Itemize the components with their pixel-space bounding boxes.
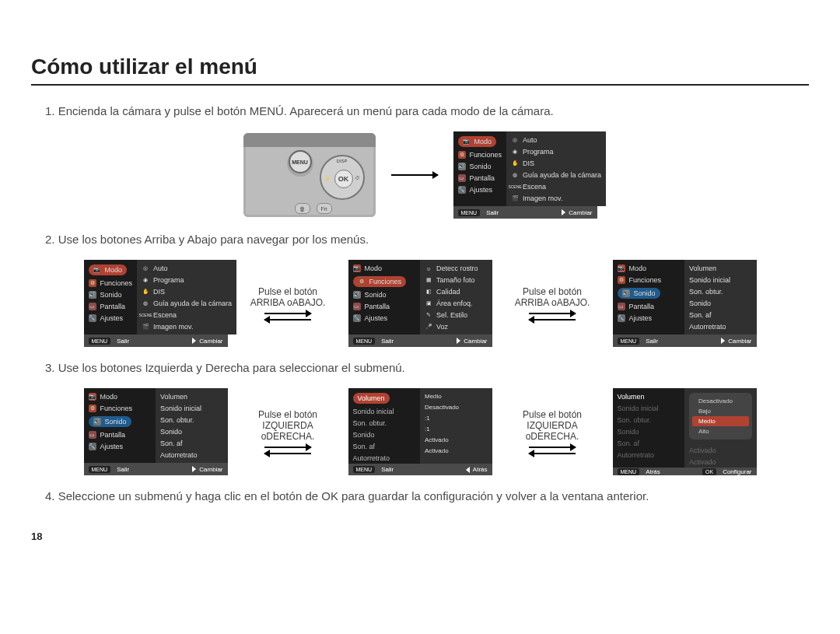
display-icon: ▭ bbox=[458, 174, 466, 182]
dpad[interactable]: OK DISP ⚡ ⏱ bbox=[320, 155, 365, 200]
auto-icon: ◎ bbox=[511, 136, 519, 144]
step-3-text: 3. Use los botones Izquierda y Derecha p… bbox=[45, 361, 809, 374]
step-2-text: 2. Use los botones Arriba y Abajo para n… bbox=[45, 233, 809, 246]
option-panel: Desactivado Bajo Medio Alto bbox=[689, 393, 752, 440]
scene-icon: SCENE bbox=[511, 183, 519, 191]
step-2-figure-row: 📷Modo ⚙Funciones 🔊Sonido ▭Pantalla 🔧Ajus… bbox=[31, 260, 809, 347]
program-icon: ◉ bbox=[511, 148, 519, 156]
footer-configurar[interactable]: Configurar bbox=[723, 468, 751, 475]
dpad-right-label: ⏱ bbox=[355, 176, 360, 180]
menu-item-sonido[interactable]: Sonido bbox=[470, 163, 492, 170]
menu-item-funciones[interactable]: Funciones bbox=[470, 151, 502, 159]
dpad-up-label: DISP bbox=[337, 159, 348, 163]
hint-leftright-1: Pulse el botón IZQUIERDA oDERECHA. bbox=[243, 409, 333, 454]
camera-controls-diagram: MENU OK DISP ⚡ ⏱ 🗑 Fn bbox=[243, 133, 376, 217]
footer-atras[interactable]: Atrás bbox=[473, 466, 488, 473]
page-number: 18 bbox=[31, 531, 809, 542]
opt-alto[interactable]: Alto bbox=[692, 426, 749, 436]
menu-screen-2c: 📷Modo ⚙Funciones 🔊Sonido ▭Pantalla 🔧Ajus… bbox=[613, 260, 757, 347]
back-icon bbox=[466, 467, 470, 473]
opt-medio[interactable]: Medio bbox=[692, 416, 749, 426]
sub-volumen[interactable]: Volumen bbox=[358, 394, 385, 402]
menu-screen-2b: 📷Modo ⚙Funciones 🔊Sonido ▭Pantalla 🔧Ajus… bbox=[348, 260, 492, 347]
menu-screen-3a: 📷Modo ⚙Funciones 🔊Sonido ▭Pantalla 🔧Ajus… bbox=[84, 388, 228, 475]
speaker-icon: 🔊 bbox=[458, 163, 466, 170]
menu-button[interactable]: MENU bbox=[289, 150, 312, 173]
hint-leftright-2: Pulse el botón IZQUIERDA oDERECHA. bbox=[508, 409, 597, 454]
camera-icon: 📷 bbox=[463, 138, 471, 145]
dis-icon: ✋ bbox=[511, 159, 519, 167]
menu-item-modo[interactable]: Modo bbox=[474, 138, 492, 145]
opt-bajo[interactable]: Bajo bbox=[692, 406, 749, 416]
footer-salir[interactable]: Salir bbox=[486, 209, 499, 216]
arrow-right bbox=[391, 174, 438, 176]
arrow-left-icon bbox=[264, 319, 311, 321]
menu-screen-3b: Volumen Sonido inicial Son. obtur. Sonid… bbox=[348, 388, 492, 475]
menu-item-ajustes[interactable]: Ajustes bbox=[470, 186, 493, 194]
step-1-text: 1. Encienda la cámara y pulse el botón M… bbox=[45, 104, 809, 117]
delete-button[interactable]: 🗑 bbox=[295, 203, 310, 214]
guide-icon: ◍ bbox=[511, 171, 519, 179]
play-icon bbox=[562, 209, 565, 215]
menu-screen-main: 📷Modo ⚙Funciones 🔊Sonido ▭Pantalla 🔧Ajus… bbox=[453, 131, 597, 219]
menu-screen-3c: Volumen Sonido inicial Son. obtur. Sonid… bbox=[613, 388, 757, 475]
dpad-left-label: ⚡ bbox=[324, 176, 330, 181]
page-title: Cómo utilizar el menú bbox=[31, 54, 809, 86]
gear-icon: ⚙ bbox=[458, 151, 466, 159]
hint-updown-1: Pulse el botón ARRIBA oABAJO. bbox=[243, 286, 333, 321]
footer-cambiar[interactable]: Cambiar bbox=[569, 209, 592, 216]
step-4-text: 4. Seleccione un submenú y haga clic en … bbox=[45, 489, 809, 503]
menu-item-pantalla[interactable]: Pantalla bbox=[470, 174, 495, 182]
wrench-icon: 🔧 bbox=[458, 186, 466, 194]
ok-button[interactable]: OK bbox=[334, 170, 353, 188]
step-3-figure-row: 📷Modo ⚙Funciones 🔊Sonido ▭Pantalla 🔧Ajus… bbox=[31, 388, 809, 475]
step-1-figure-row: MENU OK DISP ⚡ ⏱ 🗑 Fn 📷Modo ⚙Funciones 🔊… bbox=[31, 131, 809, 219]
menu-screen-2a: 📷Modo ⚙Funciones 🔊Sonido ▭Pantalla 🔧Ajus… bbox=[84, 260, 228, 347]
movie-icon: 🎬 bbox=[511, 194, 519, 202]
opt-desactivado[interactable]: Desactivado bbox=[692, 396, 749, 406]
hint-updown-2: Pulse el botón ARRIBA oABAJO. bbox=[508, 286, 597, 321]
ok-tag: OK bbox=[702, 468, 716, 475]
arrow-right-icon bbox=[264, 313, 311, 314]
fn-button[interactable]: Fn bbox=[317, 203, 332, 214]
menu-tag: MENU bbox=[458, 209, 481, 216]
